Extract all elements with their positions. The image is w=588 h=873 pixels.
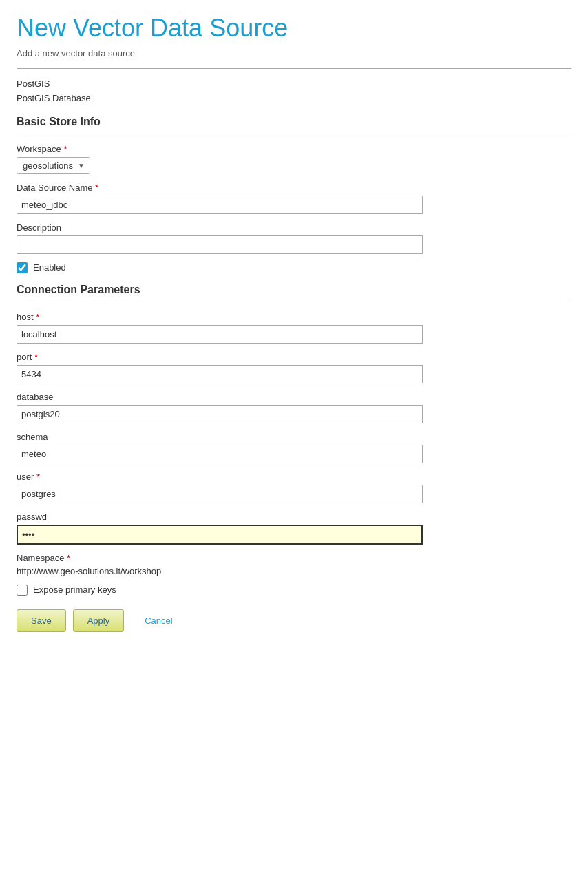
description-input[interactable]: [17, 235, 423, 254]
database-field-group: database: [17, 392, 571, 423]
database-input[interactable]: [17, 405, 423, 423]
apply-button[interactable]: Apply: [73, 609, 125, 632]
namespace-value: http://www.geo-solutions.it/workshop: [17, 566, 571, 576]
passwd-label: passwd: [17, 512, 571, 522]
expose-pk-row: Expose primary keys: [17, 585, 571, 596]
enabled-row: Enabled: [17, 262, 571, 273]
database-label: database: [17, 392, 571, 402]
namespace-label: Namespace *: [17, 553, 571, 563]
cancel-button[interactable]: Cancel: [131, 610, 186, 631]
expose-pk-checkbox[interactable]: [17, 585, 28, 596]
page-title: New Vector Data Source: [17, 14, 571, 43]
source-type-info: PostGIS PostGIS Database: [17, 77, 571, 106]
port-input[interactable]: [17, 365, 423, 383]
user-field-group: user *: [17, 472, 571, 503]
source-type-line2: PostGIS Database: [17, 92, 571, 106]
schema-label: schema: [17, 432, 571, 442]
description-field-group: Description: [17, 222, 571, 254]
user-required: *: [36, 472, 40, 482]
enabled-checkbox[interactable]: [17, 262, 28, 273]
namespace-required: *: [67, 553, 70, 563]
user-input[interactable]: [17, 485, 423, 503]
namespace-field-group: Namespace * http://www.geo-solutions.it/…: [17, 553, 571, 576]
workspace-field-group: Workspace * geosolutions: [17, 144, 571, 174]
button-row: Save Apply Cancel: [17, 609, 571, 632]
basic-store-divider: [17, 134, 571, 134]
workspace-label: Workspace *: [17, 144, 571, 154]
port-field-group: port *: [17, 352, 571, 383]
workspace-select[interactable]: geosolutions: [17, 157, 90, 174]
port-label: port *: [17, 352, 571, 362]
page-subtitle: Add a new vector data source: [17, 48, 571, 59]
host-input[interactable]: [17, 325, 423, 344]
workspace-select-wrapper: geosolutions: [17, 157, 90, 174]
passwd-field-group: passwd: [17, 512, 571, 545]
schema-field-group: schema: [17, 432, 571, 463]
description-label: Description: [17, 222, 571, 233]
basic-store-section-title: Basic Store Info: [17, 116, 571, 128]
enabled-label: Enabled: [33, 262, 66, 273]
host-required: *: [36, 312, 39, 322]
workspace-required: *: [63, 144, 67, 154]
host-field-group: host *: [17, 312, 571, 344]
port-required: *: [34, 352, 38, 362]
user-label: user *: [17, 472, 571, 482]
datasource-name-input[interactable]: [17, 196, 423, 214]
schema-input[interactable]: [17, 445, 423, 463]
datasource-name-field-group: Data Source Name *: [17, 182, 571, 214]
host-label: host *: [17, 312, 571, 322]
source-type-line1: PostGIS: [17, 77, 571, 92]
title-divider: [17, 68, 571, 69]
save-button[interactable]: Save: [17, 609, 66, 632]
connection-parameters-divider: [17, 302, 571, 302]
connection-parameters-section-title: Connection Parameters: [17, 284, 571, 296]
passwd-input[interactable]: [17, 525, 423, 545]
datasource-name-label: Data Source Name *: [17, 182, 571, 193]
expose-pk-label: Expose primary keys: [33, 585, 116, 595]
datasource-name-required: *: [95, 182, 98, 193]
